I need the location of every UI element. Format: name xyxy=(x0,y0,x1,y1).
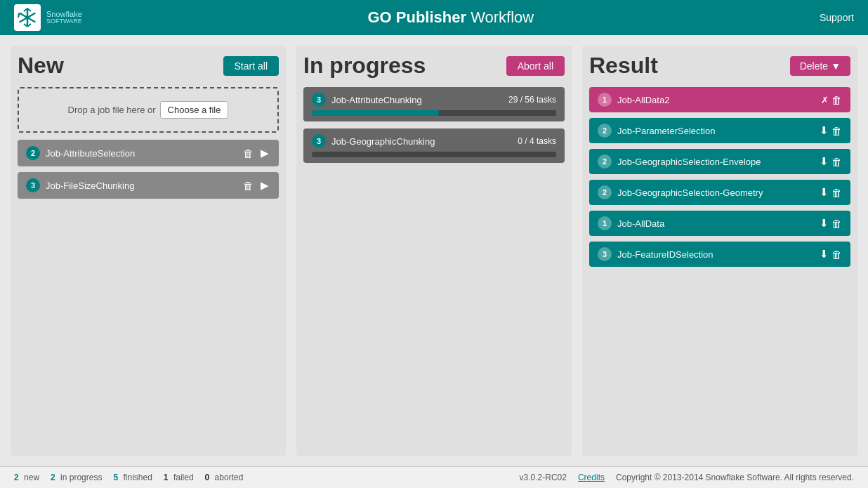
list-item: 1 Job-AllData2 ✗ 🗑 xyxy=(589,87,850,112)
result-actions: ⬇ 🗑 xyxy=(820,217,842,230)
stat-progress-count: 2 in progress xyxy=(51,473,105,482)
result-column-header: Result Delete ▼ xyxy=(589,53,850,79)
list-item: 3 Job-FileSizeChunking 🗑 ▶ xyxy=(18,172,279,199)
list-item: 3 Job-AttributeChunking 29 / 56 tasks xyxy=(303,87,565,121)
delete-button[interactable]: Delete ▼ xyxy=(790,56,850,76)
list-item: 2 Job-GeographicSelection-Geometry ⬇ 🗑 xyxy=(589,180,850,205)
progress-bar-fill xyxy=(312,110,439,116)
result-actions: ⬇ 🗑 xyxy=(820,124,842,137)
result-badge: 2 xyxy=(598,154,612,169)
delete-result-button[interactable]: 🗑 xyxy=(831,249,842,261)
page-title: GO Publisher Workflow xyxy=(82,8,820,27)
job-badge: 2 xyxy=(26,146,40,160)
stat-new-count: 2 new xyxy=(14,473,42,482)
version-label: v3.0.2-RC02 xyxy=(520,473,567,482)
result-actions: ✗ 🗑 xyxy=(821,94,842,106)
list-item: 2 Job-AttributeSelection 🗑 ▶ xyxy=(18,140,279,166)
download-button[interactable]: ⬇ xyxy=(820,124,829,137)
list-item: 3 Job-FeatureIDSelection ⬇ 🗑 xyxy=(589,242,850,267)
list-item: 1 Job-AllData ⬇ 🗑 xyxy=(589,211,850,236)
job-badge: 3 xyxy=(312,134,326,148)
footer-stats: 2 new 2 in progress 5 finished 1 failed … xyxy=(14,473,520,482)
result-badge: 3 xyxy=(598,247,612,261)
job-tasks-label: 0 / 4 tasks xyxy=(518,136,556,146)
delete-result-button[interactable]: 🗑 xyxy=(831,125,842,137)
job-name: Job-AttributeSelection xyxy=(46,148,236,159)
delete-label: Delete xyxy=(800,60,828,72)
result-actions: ⬇ 🗑 xyxy=(820,155,842,168)
credits-link[interactable]: Credits xyxy=(578,473,605,482)
list-item: 2 Job-ParameterSelection ⬇ 🗑 xyxy=(589,118,850,143)
result-job-name: Job-AllData2 xyxy=(617,95,815,105)
new-column-header: New Start all xyxy=(18,53,279,79)
job-progress-header: 3 Job-AttributeChunking 29 / 56 tasks xyxy=(312,93,556,107)
job-badge: 3 xyxy=(312,93,326,107)
delete-result-button[interactable]: 🗑 xyxy=(831,156,842,168)
result-jobs-list: 1 Job-AllData2 ✗ 🗑 2 Job-ParameterSelect… xyxy=(589,87,850,272)
job-name: Job-GeographicChunking xyxy=(331,136,512,147)
result-title: Result xyxy=(589,53,658,79)
result-badge: 1 xyxy=(598,93,612,107)
delete-result-button[interactable]: 🗑 xyxy=(831,218,842,230)
result-actions: ⬇ 🗑 xyxy=(820,186,842,199)
new-column: New Start all Drop a job file here or Ch… xyxy=(11,46,286,456)
result-job-name: Job-GeographicSelection-Geometry xyxy=(617,187,814,198)
new-jobs-list: 2 Job-AttributeSelection 🗑 ▶ 3 Job-FileS… xyxy=(18,140,279,204)
copyright-text: Copyright © 2013-2014 Snowflake Software… xyxy=(616,473,854,482)
delete-job-button[interactable]: 🗑 xyxy=(242,178,255,193)
result-badge: 1 xyxy=(598,216,612,230)
main-content: New Start all Drop a job file here or Ch… xyxy=(0,35,868,466)
result-badge: 2 xyxy=(598,124,612,138)
list-item: 3 Job-GeographicChunking 0 / 4 tasks xyxy=(303,128,565,163)
result-column: Result Delete ▼ 1 Job-AllData2 ✗ 🗑 2 Job… xyxy=(582,46,857,456)
download-button[interactable]: ⬇ xyxy=(820,217,829,230)
job-name: Job-AttributeChunking xyxy=(331,95,503,105)
footer-right: v3.0.2-RC02 Credits Copyright © 2013-201… xyxy=(520,473,854,482)
progress-column-header: In progress Abort all xyxy=(303,53,565,79)
progress-title: In progress xyxy=(303,53,426,79)
result-actions: ⬇ 🗑 xyxy=(820,248,842,261)
footer: 2 new 2 in progress 5 finished 1 failed … xyxy=(0,466,868,488)
start-all-button[interactable]: Start all xyxy=(223,56,279,76)
chevron-down-icon: ▼ xyxy=(831,60,841,72)
run-job-button[interactable]: ▶ xyxy=(259,178,270,193)
list-item: 2 Job-GeographicSelection-Envelope ⬇ 🗑 xyxy=(589,149,850,174)
download-button[interactable]: ⬇ xyxy=(820,186,829,199)
job-actions: 🗑 ▶ xyxy=(242,145,270,161)
job-progress-header: 3 Job-GeographicChunking 0 / 4 tasks xyxy=(312,134,556,148)
delete-result-button[interactable]: 🗑 xyxy=(831,187,842,199)
progress-column: In progress Abort all 3 Job-AttributeChu… xyxy=(296,46,572,456)
abort-all-button[interactable]: Abort all xyxy=(506,56,565,76)
delete-job-button[interactable]: 🗑 xyxy=(242,146,255,161)
job-tasks-label: 29 / 56 tasks xyxy=(508,95,556,105)
result-job-name: Job-ParameterSelection xyxy=(617,126,814,136)
run-job-button[interactable]: ▶ xyxy=(259,145,270,161)
job-actions: 🗑 ▶ xyxy=(242,178,270,193)
result-job-name: Job-AllData xyxy=(617,218,814,229)
failed-icon: ✗ xyxy=(821,95,829,105)
progress-bar-bg xyxy=(312,152,556,157)
support-link[interactable]: Support xyxy=(820,12,854,23)
stat-aborted-count: 0 aborted xyxy=(205,473,246,482)
result-job-name: Job-GeographicSelection-Envelope xyxy=(617,157,814,167)
snowflake-icon xyxy=(14,4,41,31)
stat-finished-count: 5 finished xyxy=(113,473,154,482)
header: Snowflake SOFTWARE GO Publisher Workflow… xyxy=(0,0,868,35)
logo-software: SOFTWARE xyxy=(46,18,82,25)
download-button[interactable]: ⬇ xyxy=(820,248,829,261)
drop-zone-text: Drop a job file here or xyxy=(68,105,156,115)
drop-zone[interactable]: Drop a job file here or Choose a file xyxy=(18,87,279,133)
result-badge: 2 xyxy=(598,185,612,199)
progress-jobs-list: 3 Job-AttributeChunking 29 / 56 tasks 3 … xyxy=(303,87,565,170)
choose-file-button[interactable]: Choose a file xyxy=(160,101,229,119)
stat-failed-count: 1 failed xyxy=(164,473,197,482)
job-badge: 3 xyxy=(26,178,40,192)
logo: Snowflake SOFTWARE xyxy=(14,4,82,31)
job-name: Job-FileSizeChunking xyxy=(46,180,236,191)
progress-bar-bg xyxy=(312,110,556,116)
download-button[interactable]: ⬇ xyxy=(820,155,829,168)
result-job-name: Job-FeatureIDSelection xyxy=(617,249,814,260)
delete-result-button[interactable]: 🗑 xyxy=(831,94,842,106)
new-title: New xyxy=(18,53,64,79)
